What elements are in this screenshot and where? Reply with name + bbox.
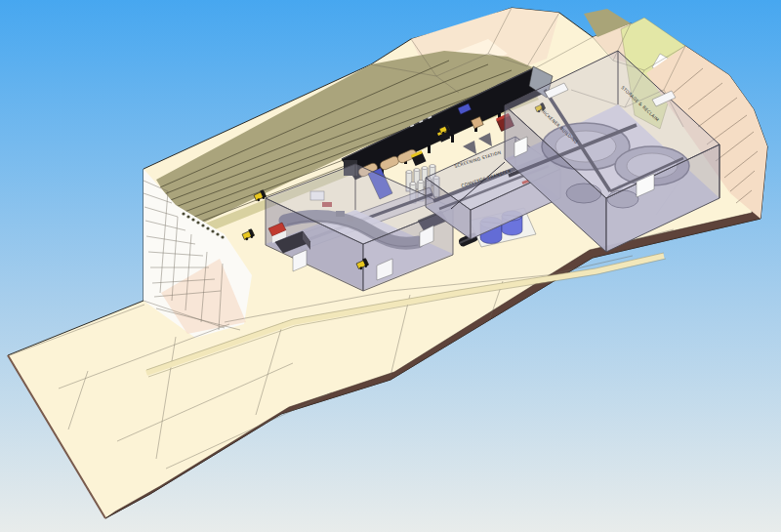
cad-viewport: SCREENING STATION CONVEYOR TRANSFER THIC… [0,0,781,532]
plant-3d-scene: SCREENING STATION CONVEYOR TRANSFER THIC… [0,0,781,532]
